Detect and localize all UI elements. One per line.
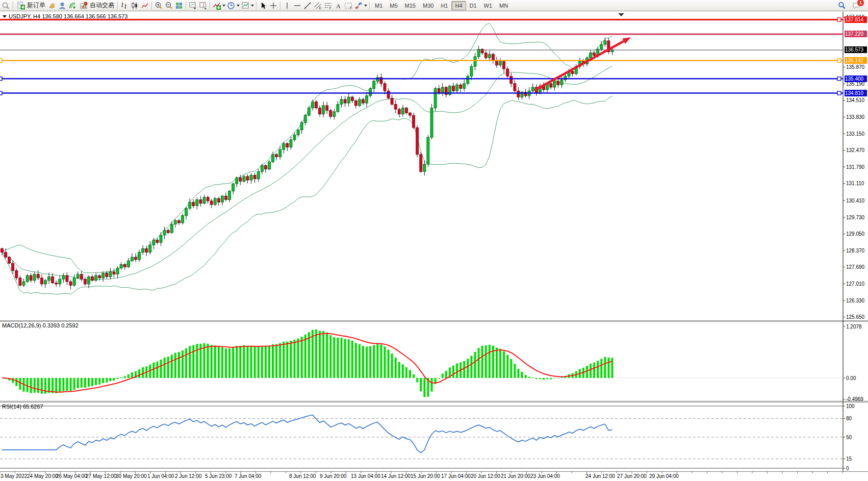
toolbar-separator [186,2,186,10]
price-tick-label: 131.110 [846,181,864,186]
time-axis-label: 1 Jun 04:00 [147,473,174,479]
price-level-label: 136.142 [845,57,867,64]
price-tick-label: 129.050 [846,231,864,237]
cursor-icon[interactable] [259,1,268,10]
timeframe-d1-button[interactable]: D1 [466,1,480,10]
vertical-line-icon[interactable] [283,1,292,10]
fibonacci-icon[interactable]: F [323,1,333,10]
macd-axis-label: 0.00 [846,375,856,381]
text-icon[interactable]: A [334,1,343,10]
macd-layer [0,330,843,397]
marketwatch-icon[interactable] [47,1,57,10]
indicators-icon[interactable] [212,1,221,10]
hline-handle[interactable] [837,59,841,62]
candle-chart-icon[interactable] [130,1,139,10]
arrows-icon[interactable] [354,1,363,10]
price-level-label: 137.220 [845,31,867,37]
hline-handle[interactable] [0,77,2,81]
tile-windows-icon[interactable] [174,1,184,10]
toolbar-right-group: 1 [837,1,868,10]
timeframe-m5-button[interactable]: M5 [386,1,401,10]
dropdown-caret-icon[interactable] [364,5,367,7]
price-tick-label: 130.410 [846,198,864,204]
price-tick-label: 133.830 [846,114,864,120]
macd-indicator-label: MACD(12,26,9) 0.3393 0.2592 [2,322,79,328]
templates-icon[interactable] [241,1,250,10]
hline-handle[interactable] [837,18,841,21]
toolbar-separator [210,2,210,10]
price-tick-label: 127.690 [846,264,864,270]
time-axis-label: 15 Jun 20:00 [411,473,440,479]
svg-text:F: F [329,6,331,10]
time-axis-label: 29 Jun 04:00 [649,473,679,479]
toolbar-separator [117,2,118,10]
dropdown-caret-icon[interactable] [222,5,225,7]
community-icon[interactable] [58,1,67,10]
time-axis[interactable]: 3 May 202224 May 20:0026 May 04:0027 May… [0,471,868,481]
time-axis-label: 27 Jun 20:00 [617,473,647,479]
auto-scroll-icon[interactable] [188,1,197,10]
chart-canvas[interactable] [0,0,868,481]
equidistant-channel-icon[interactable]: E [313,1,322,10]
time-axis-label: 21 Jun 20:00 [501,473,530,479]
zoom-out-icon[interactable] [164,1,173,10]
trendline-icon[interactable] [303,1,312,10]
timeframe-mn-button[interactable]: MN [496,1,512,10]
price-level-label: 135.400 [845,75,867,82]
rsi-axis-label: 50 [846,435,852,440]
hline-handle[interactable] [0,59,2,62]
notification-badge[interactable]: 1 [857,0,864,7]
bar-chart-icon[interactable] [120,1,129,10]
macd-axis-label: -0.4969 [846,396,863,402]
rsi-axis-label: 15 [846,456,852,462]
price-tick-label: 134.510 [846,97,864,103]
periods-icon[interactable] [226,1,236,10]
price-level-label: 137.814 [845,16,867,23]
rsi-axis-label: 0 [846,466,849,471]
time-axis-label: 24 Jun 12:00 [585,473,615,479]
price-level-label: 136.573 [845,46,867,53]
symbol-search-icon[interactable] [2,1,11,10]
toolbar: 新订单自动交易EFATM1M5M15M30H1H4D1W1MN1 [0,0,868,11]
new-order-button-label: 新订单 [27,1,45,10]
bollinger-bands-layer [2,23,612,294]
price-tick-label: 133.150 [846,131,864,137]
svg-text:T: T [350,6,352,10]
macd-axis-label: 1.2078 [846,324,862,330]
hline-handle[interactable] [837,91,841,95]
new-order-button[interactable]: 新订单 [15,1,47,11]
price-axis[interactable]: 137.910135.870135.190134.510133.830133.1… [844,11,868,471]
timeframe-m30-button[interactable]: M30 [419,1,437,10]
time-axis-label: 20 Jun 12:00 [471,473,500,479]
timeframe-m15-button[interactable]: M15 [401,1,419,10]
new-order-icon [16,1,25,10]
timeframe-h4-button[interactable]: H4 [451,1,466,10]
timeframe-m1-button[interactable]: M1 [371,1,386,10]
text-label-icon[interactable]: T [344,1,353,10]
trend-arrow-object[interactable] [534,37,631,90]
rsi-axis-label: 80 [846,416,852,421]
horizontal-line-icon[interactable] [293,1,302,10]
hline-handle[interactable] [837,77,841,81]
dropdown-caret-icon[interactable] [237,5,240,7]
toolbar-separator [369,2,370,10]
candles-layer [1,37,614,289]
timeframe-h1-button[interactable]: H1 [437,1,451,10]
signals-icon[interactable] [68,1,77,10]
price-tick-label: 128.370 [846,248,864,254]
collapse-arrow-icon[interactable] [3,15,7,18]
time-axis-label: 7 Jun 04:00 [235,473,261,479]
time-axis-label: 9 Jun 20:00 [320,473,346,479]
timeframe-w1-button[interactable]: W1 [480,1,496,10]
line-chart-icon[interactable] [140,1,149,10]
zoom-in-icon[interactable] [154,1,163,10]
chat-icon[interactable]: 1 [852,1,861,10]
price-level-label: 134.810 [845,90,867,96]
auto-trading-button[interactable]: 自动交易 [78,1,116,11]
search-icon[interactable] [837,1,847,10]
chart-shift-icon[interactable] [198,1,208,10]
hline-handle[interactable] [0,91,2,95]
dropdown-caret-icon[interactable] [251,5,254,7]
chart-shift-marker-icon[interactable] [618,13,624,16]
crosshair-icon[interactable] [269,1,278,10]
